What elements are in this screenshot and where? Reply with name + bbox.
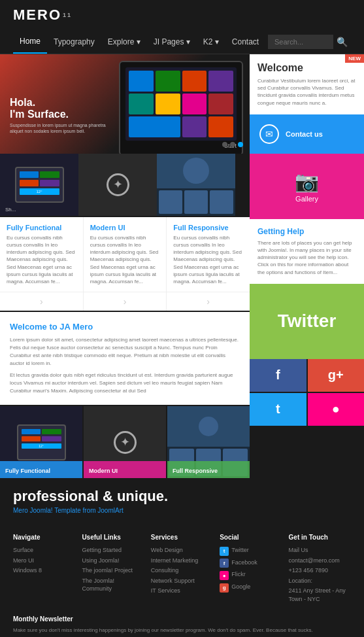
hero-main: Start Hola.I'm Surface. Suspendisse in l…	[0, 54, 250, 154]
footer-link-joomla-project[interactable]: The joomla! Project	[82, 566, 144, 575]
welcome-ja-title: Welcome to JA Mero	[10, 322, 240, 332]
search-input[interactable]	[268, 35, 333, 49]
chevron-icon-1: ›	[40, 296, 43, 307]
bottom-card-3-label: Full Responsive	[173, 468, 218, 474]
feature-icon-cell-1: ›	[0, 292, 84, 311]
tile-9	[182, 116, 207, 137]
footer-link-consulting[interactable]: Consulting	[151, 566, 213, 575]
social-link-twitter: t Twitter	[220, 546, 282, 557]
hero-background: Start Hola.I'm Surface. Suspendisse in l…	[0, 54, 250, 154]
welcome-ja-para2: Et lectus gravida dolor quis nibh eget r…	[10, 371, 240, 395]
newsletter-section: Monthly Newsletter Make sure you don't m…	[13, 615, 351, 637]
footer-link-web-design[interactable]: Web Design	[151, 546, 213, 555]
footer-services-heading: Services	[151, 534, 213, 541]
footer-useful-links: Useful Links Getting Started Using Jooml…	[82, 534, 144, 606]
main-content-area: 12° Sh... ✦	[0, 154, 364, 478]
nav-ji-pages[interactable]: JI Pages ▾	[147, 31, 197, 53]
news-thumbnails	[157, 188, 235, 216]
twitter-label: Twitter	[278, 311, 337, 332]
main-nav: Home Typography Explore ▾ JI Pages ▾ K2 …	[0, 30, 364, 54]
bottom-card-2-overlay: Modern UI	[84, 461, 166, 478]
hero-surface-text: Hola.I'm Surface. Suspendisse in lorem i…	[10, 97, 108, 133]
footer-location-label: Location:	[289, 577, 351, 585]
feature-tablet-mock: 12° Sh...	[0, 154, 78, 216]
footer-contact: Get in Touch Mail Us contact@mero.com +1…	[289, 534, 351, 606]
chevron-icon-3: ›	[207, 296, 210, 307]
dot-2[interactable]	[230, 142, 235, 147]
footer-link-surface[interactable]: Surface	[13, 546, 75, 555]
social-grid: f g+ t ●	[250, 359, 364, 426]
hero-tablet-image: Start	[119, 61, 243, 154]
twitter-dot: t	[220, 547, 229, 556]
welcome-box: NEW Welcome Curabitur Vestibulum lorem l…	[250, 54, 364, 114]
news-thumb-2	[184, 190, 208, 214]
welcome-heading: Welcome	[257, 62, 356, 74]
person-image	[183, 158, 209, 184]
tile-1	[129, 71, 154, 92]
tile-wide	[129, 116, 180, 137]
news-top	[157, 154, 235, 188]
bottom-card-3-overlay: Full Responsive	[167, 461, 250, 478]
tile-3	[182, 71, 207, 92]
footer-flickr-link[interactable]: Flickr	[231, 570, 246, 579]
footer-facebook-link[interactable]: Facebook	[231, 559, 257, 567]
hero-right-panel: NEW Welcome Curabitur Vestibulum lorem l…	[250, 54, 364, 154]
footer-contact-heading: Get in Touch	[289, 534, 351, 541]
nav-home[interactable]: Home	[13, 30, 47, 54]
footer-link-getting-started[interactable]: Getting Started	[82, 546, 144, 555]
footer-twitter-link[interactable]: Twitter	[231, 546, 249, 555]
logo-version: 11	[63, 12, 72, 18]
search-icon[interactable]: 🔍	[333, 37, 351, 47]
footer-grid: Navigate Surface Mero UI Windows 8 Usefu…	[13, 534, 351, 606]
footer-link-using-joomla[interactable]: Using Joomla!	[82, 557, 144, 565]
footer: Navigate Surface Mero UI Windows 8 Usefu…	[0, 524, 364, 637]
header: MERO11	[0, 0, 364, 30]
nav-contact[interactable]: Contact	[225, 31, 265, 53]
feature-img-1: 12° Sh...	[0, 154, 78, 216]
promo-subtext: Mero Joomla! Template from JoomlArt	[13, 507, 351, 514]
footer-social-heading: Social	[220, 534, 282, 541]
footer-google-link[interactable]: Google	[231, 583, 250, 591]
feature-body-2: Eu cursus convallis nibh cursus convalli…	[90, 234, 160, 285]
dot-3[interactable]	[238, 142, 243, 147]
footer-link-windows8[interactable]: Windows 8	[13, 566, 75, 575]
footer-mail-label: Mail Us	[289, 546, 351, 555]
feature-images-row: 12° Sh... ✦	[0, 154, 250, 217]
footer-social: Social t Twitter f Facebook ● Flickr g G…	[220, 534, 282, 606]
new-badge: NEW	[345, 54, 364, 63]
footer-location-value: 2411 Any Street - Any Town - NYC	[289, 587, 351, 603]
footer-link-mero-ui[interactable]: Mero UI	[13, 557, 75, 565]
social-link-flickr: ● Flickr	[220, 570, 282, 581]
feature-card-3: Full Responsive Eu cursus convallis nibh…	[167, 217, 250, 292]
google-dot: g	[220, 583, 229, 593]
googleplus-social-button[interactable]: g+	[308, 359, 365, 392]
getting-help-box: Getting Help There are lots of places yo…	[250, 219, 364, 284]
facebook-social-button[interactable]: f	[250, 359, 306, 392]
feature-icon-cell-3: ›	[167, 292, 250, 311]
flickr-social-button[interactable]: ●	[308, 393, 365, 426]
footer-link-joomla-community[interactable]: The Joomla! Community	[82, 577, 144, 593]
bottom-card-1: 12° Fully Functional	[0, 406, 84, 478]
footer-navigate-heading: Navigate	[13, 534, 75, 541]
footer-link-network-support[interactable]: Network Support	[151, 577, 213, 585]
nav-k2[interactable]: K2 ▾	[197, 31, 225, 53]
social-link-google: g Google	[220, 583, 282, 593]
feature-body-3: Eu cursus convallis nibh cursus convalli…	[173, 234, 243, 285]
dot-1[interactable]	[222, 142, 227, 147]
tile-5	[129, 94, 154, 114]
tile-8	[208, 94, 233, 114]
nav-explore[interactable]: Explore ▾	[101, 31, 147, 53]
newsletter-body: Make sure you don't miss interesting hap…	[13, 627, 351, 634]
footer-link-it-services[interactable]: IT Services	[151, 587, 213, 595]
welcome-ja-mero: Welcome to JA Mero Lorem ipsum dolor sit…	[0, 312, 250, 405]
hero-carousel-dots	[222, 142, 243, 147]
twitter-social-button[interactable]: t	[250, 393, 306, 426]
nav-typography[interactable]: Typography	[47, 31, 101, 53]
tile-2	[156, 71, 180, 92]
contact-box[interactable]: ✉ Contact us	[250, 114, 364, 154]
gallery-box[interactable]: 📷 Gallery	[250, 154, 364, 219]
footer-link-internet-marketing[interactable]: Internet Marketing	[151, 557, 213, 565]
mail-icon: ✉	[259, 124, 279, 144]
newsletter-content: Monthly Newsletter Make sure you don't m…	[13, 615, 351, 637]
footer-mail-value[interactable]: contact@mero.com	[289, 557, 351, 565]
